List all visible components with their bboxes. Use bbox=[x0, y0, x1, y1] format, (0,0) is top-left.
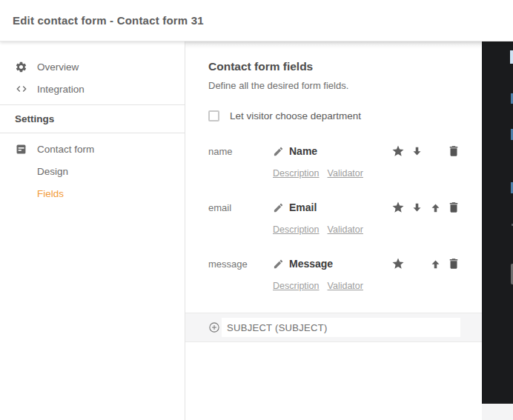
sidebar-item-label: Integration bbox=[37, 84, 85, 95]
required-star-icon[interactable] bbox=[391, 201, 405, 214]
preview-background bbox=[482, 404, 513, 420]
field-key: message bbox=[208, 259, 273, 270]
sidebar-item-label: Design bbox=[37, 166, 68, 177]
description-link[interactable]: Description bbox=[273, 168, 320, 179]
app-window: Edit contact form - Contact form 31 Over… bbox=[0, 0, 513, 420]
sidebar-item-design[interactable]: Design bbox=[0, 160, 185, 182]
validator-link[interactable]: Validator bbox=[328, 168, 363, 179]
edit-pencil-icon[interactable] bbox=[273, 202, 284, 213]
field-label: Email bbox=[289, 201, 317, 213]
field-key: email bbox=[208, 202, 273, 213]
field-label: Name bbox=[289, 145, 317, 157]
action-spacer bbox=[428, 144, 442, 158]
contact-form-fields-panel: Contact form fields Define all the desir… bbox=[185, 41, 482, 420]
field-row-email: email Email bbox=[208, 200, 460, 235]
sidebar-item-label: Overview bbox=[37, 61, 79, 73]
widget-preview-panel bbox=[482, 41, 513, 420]
gear-icon bbox=[15, 61, 27, 73]
sidebar-divider bbox=[0, 133, 185, 133]
description-link[interactable]: Description bbox=[273, 224, 320, 235]
required-star-icon[interactable] bbox=[391, 144, 405, 158]
department-checkbox[interactable] bbox=[208, 110, 219, 121]
field-label: Message bbox=[289, 258, 333, 270]
add-circle-icon[interactable] bbox=[208, 321, 220, 333]
code-icon bbox=[15, 83, 27, 96]
panel-subtitle: Define all the desired form fields. bbox=[208, 80, 460, 91]
action-spacer bbox=[410, 257, 423, 270]
field-key: name bbox=[208, 146, 273, 157]
trash-icon[interactable] bbox=[447, 144, 460, 158]
move-down-icon[interactable] bbox=[410, 201, 423, 214]
add-field-label: SUBJECT (SUBJECT) bbox=[227, 322, 328, 333]
validator-link[interactable]: Validator bbox=[328, 224, 363, 235]
validator-link[interactable]: Validator bbox=[328, 281, 363, 291]
field-row-name: name Name bbox=[208, 144, 460, 179]
sidebar-item-contact-form[interactable]: Contact form bbox=[0, 138, 185, 160]
field-row-message: message Message bbox=[208, 256, 460, 291]
trash-icon[interactable] bbox=[447, 257, 460, 270]
edit-pencil-icon[interactable] bbox=[273, 146, 284, 157]
panel-title: Contact form fields bbox=[208, 60, 460, 73]
page-title: Edit contact form - Contact form 31 bbox=[13, 14, 204, 27]
sidebar-section-settings: Settings bbox=[0, 105, 185, 133]
titlebar: Edit contact form - Contact form 31 bbox=[0, 0, 513, 41]
edit-pencil-icon[interactable] bbox=[273, 259, 284, 270]
widget-preview-dark bbox=[482, 41, 513, 404]
form-icon bbox=[15, 143, 27, 156]
preview-fragment-title bbox=[510, 50, 513, 64]
trash-icon[interactable] bbox=[447, 201, 460, 214]
description-link[interactable]: Description bbox=[273, 281, 320, 291]
sidebar: Overview Integration Settings Contact fo… bbox=[0, 41, 185, 420]
sidebar-item-fields[interactable]: Fields bbox=[0, 182, 185, 204]
move-down-icon[interactable] bbox=[410, 144, 423, 158]
sidebar-item-overview[interactable]: Overview bbox=[0, 56, 185, 78]
department-checkbox-label[interactable]: Let visitor choose department bbox=[230, 110, 361, 121]
move-up-icon[interactable] bbox=[428, 257, 442, 270]
body-layout: Overview Integration Settings Contact fo… bbox=[0, 41, 513, 420]
move-up-icon[interactable] bbox=[428, 201, 442, 214]
fields-list: name Name bbox=[208, 144, 460, 291]
sidebar-item-integration[interactable]: Integration bbox=[0, 78, 185, 100]
department-checkbox-row: Let visitor choose department bbox=[208, 110, 460, 121]
add-field-row: SUBJECT (SUBJECT) bbox=[185, 313, 482, 342]
sidebar-item-label: Fields bbox=[37, 188, 64, 199]
add-field-button[interactable]: SUBJECT (SUBJECT) bbox=[222, 318, 460, 337]
sidebar-item-label: Contact form bbox=[37, 144, 94, 155]
required-star-icon[interactable] bbox=[391, 257, 405, 270]
